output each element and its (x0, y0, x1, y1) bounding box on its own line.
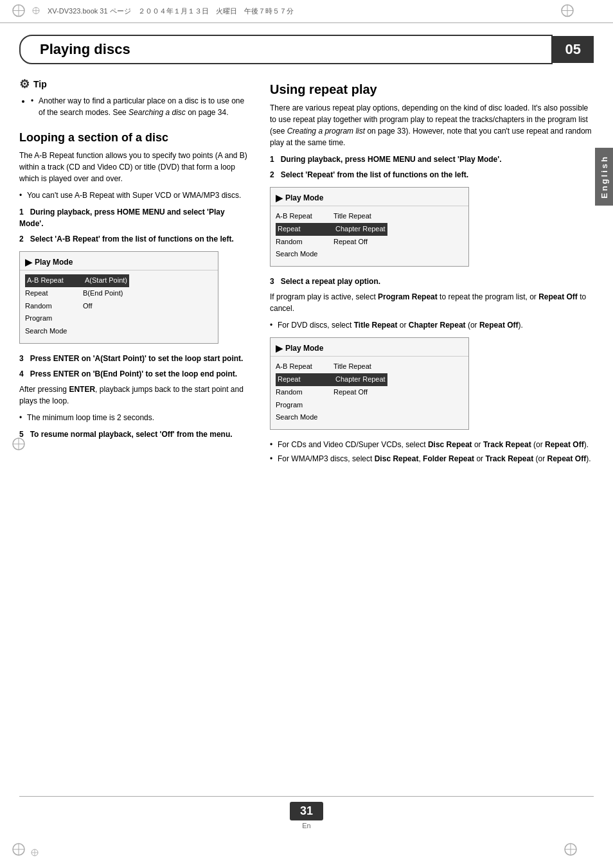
play-mode-title-1: ▶ Play Mode (20, 256, 218, 270)
repeat-bullet-3: For WMA/MP3 discs, select Disc Repeat, F… (270, 453, 594, 465)
play-mode-title-text-1: Play Mode (35, 258, 73, 267)
header-japanese-text: XV-DV323.book 31 ページ ２００４年１月１３日 火曜日 午後７時… (48, 6, 294, 16)
pm1-right-item-2: B(End Point) (83, 287, 129, 300)
footer-divider (19, 796, 594, 797)
looping-step4-bullets: The minimum loop time is 2 seconds. (19, 412, 251, 423)
play-mode-title-3: ▶ Play Mode (271, 342, 468, 357)
play-mode-left-1: A-B Repeat Repeat Random Program Search … (25, 274, 83, 338)
play-mode-box-1: ▶ Play Mode A-B Repeat Repeat Random Pro… (19, 251, 218, 344)
pm3-right-item-3: Repeat Off (333, 386, 387, 399)
pm2-right-item-1: Title Repeat (333, 210, 387, 223)
footer-page-en: En (302, 822, 310, 829)
tip-list: Another way to find a particular place o… (19, 95, 251, 118)
pm2-left-item-1: A-B Repeat (276, 210, 333, 223)
pm3-left-item-4: Program (276, 399, 333, 412)
pm1-right-item-1: A(Start Point) (83, 274, 129, 287)
looping-step2: 2 Select 'A-B Repeat' from the list of f… (19, 233, 251, 245)
looping-section: Looping a section of a disc The A-B Repe… (19, 131, 251, 440)
looping-bullets: You can't use A-B Repeat with Super VCD … (19, 190, 251, 201)
small-circle-tl (32, 6, 40, 14)
language-label: English (600, 155, 609, 199)
small-circle-bl (31, 849, 39, 858)
reg-mark-bottom-right (564, 842, 578, 858)
reg-mark-bottom-left (12, 842, 26, 858)
looping-step4-detail: After pressing ENTER, playback jumps bac… (19, 384, 251, 407)
pm2-left-item-2: Repeat (276, 223, 333, 236)
reg-mark-top-left (12, 3, 26, 17)
pm3-right-item-1: Title Repeat (333, 360, 387, 373)
play-mode-left-3: A-B Repeat Repeat Random Program Search … (276, 360, 333, 424)
footer-content: 31 En (0, 802, 613, 829)
repeat-bullet-1-wrapper: For DVD discs, select Title Repeat or Ch… (270, 319, 594, 331)
pm2-left-item-4: Search Mode (276, 248, 333, 261)
looping-intro: The A-B Repeat function allows you to sp… (19, 150, 251, 184)
play-mode-title-text-3: Play Mode (285, 344, 323, 353)
looping-bullet-1: You can't use A-B Repeat with Super VCD … (19, 190, 251, 201)
tip-box: ⚙ Tip Another way to find a particular p… (19, 77, 251, 118)
looping-step1: 1 During playback, press HOME MENU and s… (19, 206, 251, 229)
pm3-left-item-3: Random (276, 386, 333, 399)
play-mode-title-text-2: Play Mode (285, 193, 323, 202)
pm3-left-item-2: Repeat (276, 373, 333, 386)
pm2-left-item-3: Random (276, 236, 333, 249)
repeat-step3-detail: If program play is active, select Progra… (270, 291, 594, 314)
play-mode-icon-3: ▶ (276, 343, 283, 353)
pm1-left-item-5: Search Mode (25, 325, 83, 338)
reg-mark-mid-left (12, 437, 26, 453)
play-mode-content-1: A-B Repeat Repeat Random Program Search … (20, 273, 218, 339)
repeat-bullet-2: For CDs and Video CD/Super VCDs, select … (270, 439, 594, 450)
language-tab: English (595, 148, 613, 206)
repeat-step2: 2 Select 'Repeat' from the list of funct… (270, 169, 594, 181)
play-mode-content-2: A-B Repeat Repeat Random Search Mode Tit… (271, 209, 468, 262)
play-mode-left-2: A-B Repeat Repeat Random Search Mode (276, 210, 333, 261)
repeat-step1: 1 During playback, press HOME MENU and s… (270, 154, 594, 165)
pm1-left-item-3: Random (25, 300, 83, 313)
looping-min-time: The minimum loop time is 2 seconds. (19, 412, 251, 423)
pm2-right-item-3: Repeat Off (333, 236, 387, 249)
top-reg-bar: XV-DV323.book 31 ページ ２００４年１月１３日 火曜日 午後７時… (0, 0, 613, 23)
page-header: Playing discs 05 (19, 35, 594, 64)
footer-page-number: 31 (290, 802, 323, 820)
pm1-right-item-3: Off (83, 300, 129, 313)
repeat-section: Using repeat play There are various repe… (270, 82, 594, 465)
page-title-text: Playing discs (40, 41, 130, 57)
pm2-right-item-2: Chapter Repeat (333, 223, 387, 236)
left-column: ⚙ Tip Another way to find a particular p… (19, 77, 251, 470)
page-number: 05 (565, 41, 581, 57)
tip-item: Another way to find a particular place o… (31, 95, 251, 118)
tip-title: ⚙ Tip (19, 77, 251, 91)
tip-icon: ⚙ (19, 77, 30, 91)
play-mode-content-3: A-B Repeat Repeat Random Program Search … (271, 359, 468, 425)
right-column: Using repeat play There are various repe… (270, 77, 594, 470)
pm3-right-item-2: Chapter Repeat (333, 373, 387, 386)
repeat-heading: Using repeat play (270, 82, 594, 97)
pm3-left-item-1: A-B Repeat (276, 360, 333, 373)
pm1-left-item-1: A-B Repeat (25, 274, 83, 287)
play-mode-icon-2: ▶ (276, 193, 283, 203)
repeat-remaining-bullets: For CDs and Video CD/Super VCDs, select … (270, 439, 594, 465)
page-title: Playing discs (19, 35, 553, 64)
play-mode-icon-1: ▶ (25, 257, 32, 267)
looping-heading: Looping a section of a disc (19, 131, 251, 145)
tip-label: Tip (33, 79, 47, 89)
page-number-box: 05 (553, 36, 594, 63)
repeat-bullet-1: For DVD discs, select Title Repeat or Ch… (270, 319, 594, 331)
looping-step5: 5 To resume normal playback, select 'Off… (19, 429, 251, 440)
pm1-left-item-2: Repeat (25, 287, 83, 300)
looping-step4: 4 Press ENTER on 'B(End Point)' to set t… (19, 368, 251, 380)
play-mode-right-1: A(Start Point) B(End Point) Off (83, 274, 129, 338)
looping-step3: 3 Press ENTER on 'A(Start Point)' to set… (19, 353, 251, 364)
footer-area: 31 En (0, 796, 613, 829)
content-area: ⚙ Tip Another way to find a particular p… (19, 77, 594, 470)
play-mode-box-3: ▶ Play Mode A-B Repeat Repeat Random Pro… (270, 337, 469, 430)
play-mode-box-2: ▶ Play Mode A-B Repeat Repeat Random Sea… (270, 187, 469, 267)
play-mode-right-3: Title Repeat Chapter Repeat Repeat Off (333, 360, 387, 424)
reg-mark-top-right (560, 3, 574, 17)
pm3-left-item-5: Search Mode (276, 411, 333, 424)
repeat-step3: 3 Select a repeat play option. (270, 276, 594, 287)
repeat-intro: There are various repeat play options, d… (270, 102, 594, 148)
page-wrapper: XV-DV323.book 31 ページ ２００４年１月１３日 火曜日 午後７時… (0, 0, 613, 868)
play-mode-title-2: ▶ Play Mode (271, 191, 468, 206)
pm1-left-item-4: Program (25, 312, 83, 325)
play-mode-right-2: Title Repeat Chapter Repeat Repeat Off (333, 210, 387, 261)
